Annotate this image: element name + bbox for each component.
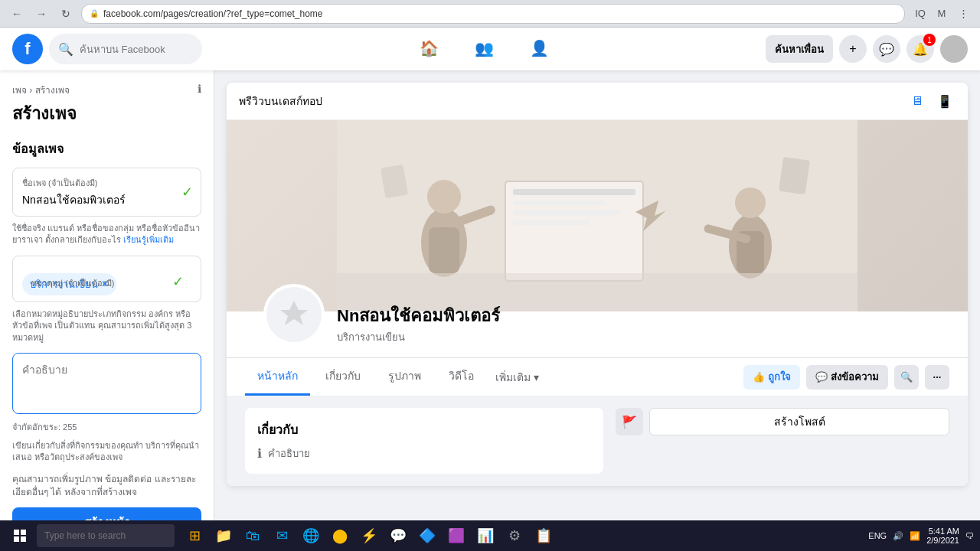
nav-home[interactable]: 🏠 (404, 31, 453, 67)
notification-badge: 1 (923, 34, 936, 46)
taskbar-app-1[interactable]: ⚡ (355, 522, 383, 549)
extensions-button[interactable]: IQ (911, 5, 929, 23)
user-avatar[interactable] (940, 35, 968, 63)
browser-actions: IQ M ⋮ (911, 5, 972, 23)
profile-button[interactable]: M (933, 5, 951, 23)
name-check-icon: ✓ (181, 184, 193, 201)
svg-point-2 (427, 180, 461, 214)
lock-icon: 🔒 (90, 9, 99, 18)
address-bar[interactable]: 🔒 facebook.com/pages/creation/?ref_type=… (81, 4, 905, 24)
svg-rect-7 (513, 201, 605, 205)
svg-point-12 (735, 187, 766, 218)
page-category-display: บริการงานเขียน (337, 329, 500, 345)
taskbar-time: 5:41 AM 2/9/2021 (926, 527, 959, 545)
preview-container: พรีวิวบนเดสก์ทอป 🖥 📱 (227, 83, 968, 486)
taskbar-app-3[interactable]: 🔷 (413, 522, 441, 549)
svg-rect-21 (21, 536, 26, 542)
taskbar-app-files[interactable]: 📁 (210, 522, 237, 549)
tab-about[interactable]: เกี่ยวกับ (313, 358, 373, 396)
taskbar-app-edge[interactable]: 🌐 (297, 522, 325, 549)
page-name-display: Nnสอนใช้คอมพิวเตอร์ (337, 302, 500, 329)
taskbar-app-6[interactable]: 📋 (530, 522, 557, 549)
taskbar-search[interactable] (37, 524, 175, 547)
search-input[interactable] (80, 44, 193, 55)
facebook-header: f 🔍 🏠 👥 👤 ค้นหาเพื่อน + 💬 🔔 1 (0, 28, 980, 70)
taskbar-right: ENG 🔊 📶 5:41 AM 2/9/2021 🗨 (868, 527, 974, 545)
taskbar-network[interactable]: 📶 (910, 531, 920, 541)
desktop-view-button[interactable]: 🖥 (906, 90, 928, 112)
taskbar-app-settings[interactable]: ⚙ (501, 522, 528, 549)
search-icon: 🔍 (58, 42, 74, 57)
taskbar-app-4[interactable]: 🟪 (443, 522, 470, 549)
page-name-label: ชื่อเพจ (จำเป็นต้องมี) (22, 176, 191, 190)
messenger-button[interactable]: 💬 (873, 35, 900, 63)
create-post-button[interactable]: สร้างโพสต์ (649, 408, 949, 435)
breadcrumb: เพจ › สร้างเพจ (12, 83, 201, 97)
taskbar-app-explorer[interactable]: ⊞ (181, 522, 208, 549)
refresh-button[interactable]: ↻ (57, 5, 75, 23)
search-bar[interactable]: 🔍 (49, 34, 202, 64)
taskbar-app-5[interactable]: 📊 (472, 522, 499, 549)
tab-more[interactable]: เพิ่มเติม ▾ (489, 360, 545, 395)
about-left-panel: เกี่ยวกับ ℹ คำอธิบาย (245, 408, 603, 474)
category-label: หมวดหมู่ (จำเป็นต้องมี) (31, 276, 114, 290)
additional-info: คุณสามารถเพิ่มรูปภาพ ข้อมูลติดต่อ และราย… (12, 473, 201, 499)
info-circle-icon: ℹ (257, 446, 262, 461)
taskbar-lang: ENG (868, 531, 887, 540)
taskbar-volume[interactable]: 🔊 (893, 531, 903, 541)
back-button[interactable]: ← (8, 5, 26, 23)
message-button[interactable]: 💬 ส่งข้อความ (806, 365, 888, 390)
taskbar-app-store[interactable]: 🛍 (239, 522, 266, 549)
left-panel: เพจ › สร้างเพจ สร้างเพจ ℹ ข้อมูลเพจ ชื่อ… (0, 70, 214, 551)
char-count: จำกัดอักขระ: 255 (12, 420, 201, 434)
nav-friends[interactable]: 👥 (459, 31, 508, 67)
svg-rect-9 (513, 220, 590, 225)
settings-button[interactable]: ⋮ (954, 5, 972, 23)
message-icon: 💬 (815, 371, 828, 383)
nav-center: 🏠 👥 👤 (202, 31, 766, 67)
preview-header: พรีวิวบนเดสก์ทอป 🖥 📱 (227, 83, 968, 120)
right-panel: พรีวิวบนเดสก์ทอป 🖥 📱 (214, 70, 980, 551)
svg-rect-3 (429, 227, 459, 273)
svg-rect-20 (14, 536, 19, 542)
preview-title: พรีวิวบนเดสก์ทอป (239, 93, 322, 109)
description-textarea[interactable] (12, 353, 201, 414)
notifications-button[interactable]: 🔔 1 (906, 35, 934, 63)
main-content: เพจ › สร้างเพจ สร้างเพจ ℹ ข้อมูลเพจ ชื่อ… (0, 70, 980, 551)
about-title: เกี่ยวกับ (257, 420, 591, 439)
thumbs-up-icon: 👍 (753, 371, 765, 383)
taskbar: ⊞ 📁 🛍 ✉ 🌐 ⬤ ⚡ 💬 🔷 🟪 📊 ⚙ 📋 ENG 🔊 📶 5:41 A… (0, 520, 980, 551)
name-note-link[interactable]: เรียนรู้เพิ่มเติม (123, 235, 174, 244)
category-field-wrap: หมวดหมู่ (จำเป็นต้องมี) บริการงานเขียน ✕… (12, 256, 201, 302)
flag-button[interactable]: 🚩 (616, 408, 643, 435)
add-button[interactable]: + (839, 35, 867, 63)
tab-videos[interactable]: วิดีโอ (436, 358, 486, 396)
taskbar-apps: ⊞ 📁 🛍 ✉ 🌐 ⬤ ⚡ 💬 🔷 🟪 📊 ⚙ 📋 (181, 522, 557, 549)
svg-rect-8 (513, 210, 620, 215)
more-button[interactable]: ··· (925, 365, 949, 390)
taskbar-app-chrome[interactable]: ⬤ (326, 522, 354, 549)
info-icon[interactable]: ℹ (198, 83, 201, 95)
nav-watch[interactable]: 👤 (514, 31, 564, 67)
start-button[interactable] (6, 522, 34, 549)
like-button[interactable]: 👍 ถูกใจ (743, 365, 800, 390)
url-text: facebook.com/pages/creation/?ref_type=co… (103, 8, 323, 19)
page-avatar (263, 284, 325, 345)
tab-home[interactable]: หน้าหลัก (245, 358, 310, 396)
tab-photos[interactable]: รูปภาพ (376, 358, 433, 396)
page-info: Nnสอนใช้คอมพิวเตอร์ บริการงานเขียน (325, 296, 500, 345)
find-friends-button[interactable]: ค้นหาเพื่อน (766, 35, 833, 63)
taskbar-app-mail[interactable]: ✉ (268, 522, 296, 549)
forward-button[interactable]: → (32, 5, 51, 23)
svg-rect-17 (779, 157, 810, 194)
desc-note: เขียนเกี่ยวกับสิ่งที่กิจกรรมของคุณทำ บริ… (12, 440, 201, 464)
category-note: เลือกหมวดหมู่อธิบายประเภทกิจกรรม องค์กร … (12, 308, 201, 344)
chevron-down-icon: ▾ (534, 371, 539, 383)
mobile-view-button[interactable]: 📱 (934, 90, 956, 112)
page-cover (227, 120, 968, 311)
taskbar-app-2[interactable]: 💬 (384, 522, 412, 549)
taskbar-notification[interactable]: 🗨 (965, 531, 974, 540)
search-button[interactable]: 🔍 (894, 365, 919, 390)
about-desc-item: ℹ คำอธิบาย (257, 445, 591, 461)
preview-devices: 🖥 📱 (906, 90, 956, 112)
